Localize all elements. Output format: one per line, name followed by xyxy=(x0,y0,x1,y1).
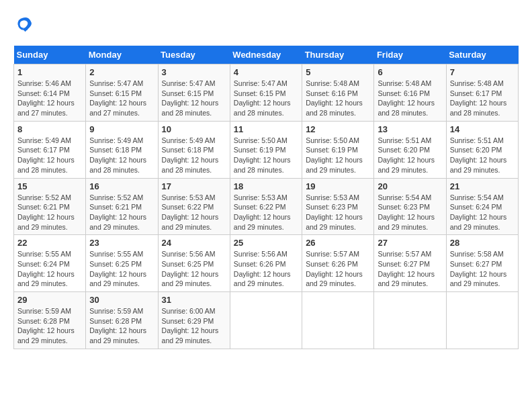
calendar-cell xyxy=(374,292,446,349)
day-number: 30 xyxy=(89,295,154,305)
day-number: 2 xyxy=(89,67,154,77)
calendar-cell: 19 Sunrise: 5:53 AMSunset: 6:23 PMDaylig… xyxy=(302,178,374,235)
day-number: 26 xyxy=(306,238,370,248)
day-number: 31 xyxy=(162,295,226,305)
calendar-header-thursday: Thursday xyxy=(302,46,374,64)
day-detail: Sunrise: 6:00 AMSunset: 6:29 PMDaylight:… xyxy=(162,307,219,345)
day-detail: Sunrise: 5:57 AMSunset: 6:26 PMDaylight:… xyxy=(306,250,363,287)
day-number: 10 xyxy=(162,124,226,134)
calendar-cell: 7 Sunrise: 5:48 AMSunset: 6:17 PMDayligh… xyxy=(446,64,518,122)
calendar-table: SundayMondayTuesdayWednesdayThursdayFrid… xyxy=(13,46,519,349)
day-number: 14 xyxy=(450,124,515,134)
day-detail: Sunrise: 5:56 AMSunset: 6:25 PMDaylight:… xyxy=(162,250,219,287)
calendar-cell: 28 Sunrise: 5:58 AMSunset: 6:27 PMDaylig… xyxy=(446,235,518,292)
day-detail: Sunrise: 5:48 AMSunset: 6:16 PMDaylight:… xyxy=(306,79,363,117)
day-number: 15 xyxy=(17,181,82,191)
day-number: 21 xyxy=(450,181,515,191)
calendar-week-row: 1 Sunrise: 5:46 AMSunset: 6:14 PMDayligh… xyxy=(14,64,519,122)
calendar-cell: 22 Sunrise: 5:55 AMSunset: 6:24 PMDaylig… xyxy=(14,235,86,292)
calendar-cell: 2 Sunrise: 5:47 AMSunset: 6:15 PMDayligh… xyxy=(86,64,158,122)
calendar-cell: 8 Sunrise: 5:49 AMSunset: 6:17 PMDayligh… xyxy=(14,121,86,178)
calendar-week-row: 29 Sunrise: 5:59 AMSunset: 6:28 PMDaylig… xyxy=(14,292,519,349)
day-detail: Sunrise: 5:55 AMSunset: 6:25 PMDaylight:… xyxy=(89,250,146,287)
day-detail: Sunrise: 5:51 AMSunset: 6:20 PMDaylight:… xyxy=(450,136,507,174)
day-number: 7 xyxy=(450,67,515,77)
day-detail: Sunrise: 5:53 AMSunset: 6:22 PMDaylight:… xyxy=(234,193,291,231)
day-number: 1 xyxy=(17,67,82,77)
calendar-cell: 16 Sunrise: 5:52 AMSunset: 6:21 PMDaylig… xyxy=(86,178,158,235)
calendar-header-row: SundayMondayTuesdayWednesdayThursdayFrid… xyxy=(14,46,519,64)
calendar-cell: 11 Sunrise: 5:50 AMSunset: 6:19 PMDaylig… xyxy=(230,121,302,178)
calendar-header-saturday: Saturday xyxy=(446,46,518,64)
calendar-header-sunday: Sunday xyxy=(14,46,86,64)
calendar-week-row: 15 Sunrise: 5:52 AMSunset: 6:21 PMDaylig… xyxy=(14,178,519,235)
day-number: 24 xyxy=(162,238,226,248)
day-detail: Sunrise: 5:49 AMSunset: 6:17 PMDaylight:… xyxy=(17,136,75,174)
calendar-cell: 21 Sunrise: 5:54 AMSunset: 6:24 PMDaylig… xyxy=(446,178,518,235)
calendar-cell: 31 Sunrise: 6:00 AMSunset: 6:29 PMDaylig… xyxy=(158,292,230,349)
day-detail: Sunrise: 5:47 AMSunset: 6:15 PMDaylight:… xyxy=(234,79,291,117)
logo xyxy=(13,13,38,35)
calendar-cell: 30 Sunrise: 5:59 AMSunset: 6:28 PMDaylig… xyxy=(86,292,158,349)
calendar-cell: 18 Sunrise: 5:53 AMSunset: 6:22 PMDaylig… xyxy=(230,178,302,235)
logo-icon xyxy=(13,13,35,35)
calendar-cell xyxy=(230,292,302,349)
calendar-cell: 25 Sunrise: 5:56 AMSunset: 6:26 PMDaylig… xyxy=(230,235,302,292)
day-number: 22 xyxy=(17,238,82,248)
day-detail: Sunrise: 5:59 AMSunset: 6:28 PMDaylight:… xyxy=(17,307,75,345)
day-detail: Sunrise: 5:54 AMSunset: 6:23 PMDaylight:… xyxy=(378,193,435,231)
day-number: 25 xyxy=(234,238,298,248)
day-detail: Sunrise: 5:55 AMSunset: 6:24 PMDaylight:… xyxy=(17,250,75,287)
day-detail: Sunrise: 5:52 AMSunset: 6:21 PMDaylight:… xyxy=(89,193,146,231)
day-detail: Sunrise: 5:47 AMSunset: 6:15 PMDaylight:… xyxy=(162,79,219,117)
day-number: 28 xyxy=(450,238,515,248)
calendar-cell xyxy=(446,292,518,349)
day-number: 27 xyxy=(378,238,442,248)
calendar-cell: 13 Sunrise: 5:51 AMSunset: 6:20 PMDaylig… xyxy=(374,121,446,178)
day-number: 8 xyxy=(17,124,82,134)
day-detail: Sunrise: 5:57 AMSunset: 6:27 PMDaylight:… xyxy=(378,250,435,287)
day-detail: Sunrise: 5:59 AMSunset: 6:28 PMDaylight:… xyxy=(89,307,146,345)
day-number: 17 xyxy=(162,181,226,191)
page-header xyxy=(13,13,519,35)
calendar-cell: 23 Sunrise: 5:55 AMSunset: 6:25 PMDaylig… xyxy=(86,235,158,292)
day-detail: Sunrise: 5:58 AMSunset: 6:27 PMDaylight:… xyxy=(450,250,507,287)
day-number: 6 xyxy=(378,67,442,77)
calendar-cell: 14 Sunrise: 5:51 AMSunset: 6:20 PMDaylig… xyxy=(446,121,518,178)
day-number: 5 xyxy=(306,67,370,77)
calendar-header-tuesday: Tuesday xyxy=(158,46,230,64)
day-detail: Sunrise: 5:47 AMSunset: 6:15 PMDaylight:… xyxy=(89,79,146,117)
day-detail: Sunrise: 5:49 AMSunset: 6:18 PMDaylight:… xyxy=(162,136,219,174)
day-number: 4 xyxy=(234,67,298,77)
calendar-week-row: 22 Sunrise: 5:55 AMSunset: 6:24 PMDaylig… xyxy=(14,235,519,292)
day-detail: Sunrise: 5:51 AMSunset: 6:20 PMDaylight:… xyxy=(378,136,435,174)
calendar-cell: 29 Sunrise: 5:59 AMSunset: 6:28 PMDaylig… xyxy=(14,292,86,349)
day-detail: Sunrise: 5:48 AMSunset: 6:16 PMDaylight:… xyxy=(378,79,435,117)
calendar-week-row: 8 Sunrise: 5:49 AMSunset: 6:17 PMDayligh… xyxy=(14,121,519,178)
calendar-cell: 3 Sunrise: 5:47 AMSunset: 6:15 PMDayligh… xyxy=(158,64,230,122)
day-number: 20 xyxy=(378,181,442,191)
day-number: 18 xyxy=(234,181,298,191)
day-number: 3 xyxy=(162,67,226,77)
day-detail: Sunrise: 5:50 AMSunset: 6:19 PMDaylight:… xyxy=(306,136,363,174)
calendar-cell: 24 Sunrise: 5:56 AMSunset: 6:25 PMDaylig… xyxy=(158,235,230,292)
calendar-cell: 20 Sunrise: 5:54 AMSunset: 6:23 PMDaylig… xyxy=(374,178,446,235)
calendar-cell: 26 Sunrise: 5:57 AMSunset: 6:26 PMDaylig… xyxy=(302,235,374,292)
calendar-cell: 12 Sunrise: 5:50 AMSunset: 6:19 PMDaylig… xyxy=(302,121,374,178)
calendar-cell: 1 Sunrise: 5:46 AMSunset: 6:14 PMDayligh… xyxy=(14,64,86,122)
day-number: 13 xyxy=(378,124,442,134)
calendar-cell: 9 Sunrise: 5:49 AMSunset: 6:18 PMDayligh… xyxy=(86,121,158,178)
day-detail: Sunrise: 5:52 AMSunset: 6:21 PMDaylight:… xyxy=(17,193,75,231)
day-number: 29 xyxy=(17,295,82,305)
calendar-cell: 10 Sunrise: 5:49 AMSunset: 6:18 PMDaylig… xyxy=(158,121,230,178)
calendar-cell xyxy=(302,292,374,349)
day-number: 12 xyxy=(306,124,370,134)
calendar-cell: 17 Sunrise: 5:53 AMSunset: 6:22 PMDaylig… xyxy=(158,178,230,235)
calendar-cell: 27 Sunrise: 5:57 AMSunset: 6:27 PMDaylig… xyxy=(374,235,446,292)
calendar-header-monday: Monday xyxy=(86,46,158,64)
calendar-cell: 4 Sunrise: 5:47 AMSunset: 6:15 PMDayligh… xyxy=(230,64,302,122)
day-detail: Sunrise: 5:56 AMSunset: 6:26 PMDaylight:… xyxy=(234,250,291,287)
calendar-cell: 5 Sunrise: 5:48 AMSunset: 6:16 PMDayligh… xyxy=(302,64,374,122)
day-detail: Sunrise: 5:54 AMSunset: 6:24 PMDaylight:… xyxy=(450,193,507,231)
calendar-cell: 6 Sunrise: 5:48 AMSunset: 6:16 PMDayligh… xyxy=(374,64,446,122)
